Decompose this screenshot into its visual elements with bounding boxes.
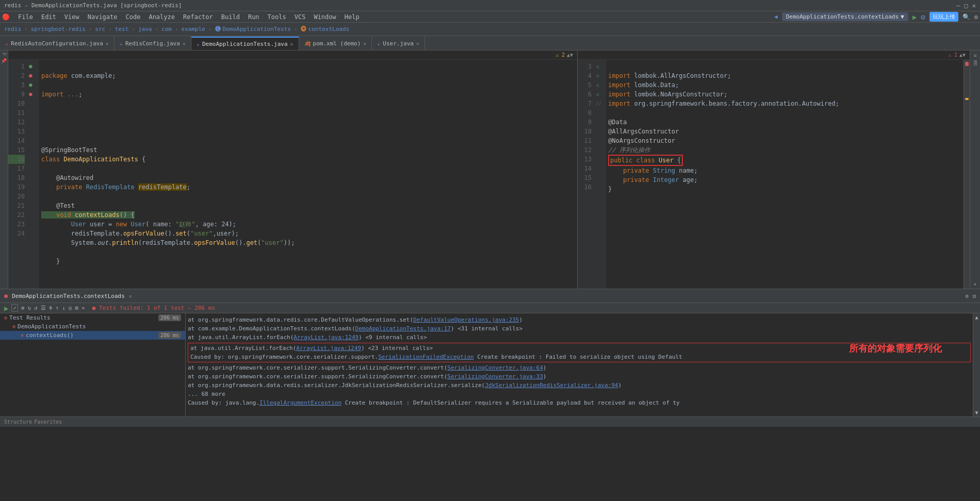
menu-analyze[interactable]: Analyze xyxy=(144,11,179,23)
scroll-down-console[interactable]: ▼ xyxy=(974,410,979,415)
link-arraylist1[interactable]: ArrayList.java:1249 xyxy=(293,334,358,341)
run-rerun-failed-btn[interactable]: ↺ xyxy=(34,305,38,311)
run-sort-btn[interactable]: ≑ xyxy=(49,305,53,311)
error-icon: ⊗ xyxy=(4,315,7,321)
menu-vcs[interactable]: VCS xyxy=(290,11,310,23)
run-bar: ● DemoApplicationTests.contextLoads ✕ ⚙ … xyxy=(0,289,980,303)
breadcrumb-com[interactable]: com xyxy=(161,26,172,32)
title-bar-title: redis - DemoApplicationTests.java [sprin… xyxy=(4,2,182,9)
link-jdkserializer[interactable]: JdkSerializationRedisSerializer.java:94 xyxy=(485,382,618,389)
tab-close-btn[interactable]: ✕ xyxy=(106,41,109,46)
right-code-content: 34567 89101112 13141516 ◁ ◁ ◁ ◁ // xyxy=(578,60,970,289)
settings-gear[interactable]: ⚙ xyxy=(974,13,978,21)
scroll-down-right[interactable]: ▼ xyxy=(962,52,966,58)
menu-code[interactable]: Code xyxy=(122,11,145,23)
link-demoapplicationtests[interactable]: DemoApplicationTests.java:17 xyxy=(355,325,451,332)
breadcrumb-demoapplicationtests[interactable]: DemoApplicationTests xyxy=(223,26,291,32)
structure-tab[interactable]: Structure xyxy=(4,419,32,425)
run-up-btn[interactable]: ↑ xyxy=(56,305,59,311)
breadcrumb-springboot-redis[interactable]: springboot-redis xyxy=(31,26,86,32)
run-play-btn[interactable]: ▶ xyxy=(4,304,8,312)
link-serializationfailed[interactable]: SerializationFailedException xyxy=(378,354,473,360)
tree-item-contextloads[interactable]: ⊗ contextLoads() 206 ms xyxy=(0,331,185,340)
run-expand-btn[interactable]: ⊞ xyxy=(75,305,78,311)
menu-tools[interactable]: Tools xyxy=(264,11,290,23)
menu-run[interactable]: Run xyxy=(244,11,264,23)
favorites-tab[interactable]: Favorites xyxy=(34,419,62,425)
link-defaultvalueoperations[interactable]: DefaultValueOperations.java:235 xyxy=(413,316,519,323)
structure-icon[interactable]: ≡ xyxy=(973,53,976,58)
console-scrollbar[interactable]: ▲ ▼ xyxy=(973,313,980,416)
error-icon: ⊗ xyxy=(12,324,15,329)
database-icon[interactable]: 🗄 xyxy=(973,60,978,66)
breadcrumb-contextloads[interactable]: contextLoads xyxy=(308,26,349,32)
tab-icon: ☕ xyxy=(197,41,200,47)
tab-pomxml[interactable]: 🍂 pom.xml (demo) ✕ xyxy=(299,37,372,50)
run-down-btn[interactable]: ↓ xyxy=(62,305,66,311)
menu-view[interactable]: View xyxy=(60,11,84,23)
debug-button[interactable]: ⚙ xyxy=(921,13,925,21)
tab-redisautoconfiguration[interactable]: ☕ RedisAutoConfiguration.java ✕ xyxy=(0,37,115,50)
close-button[interactable]: ✕ xyxy=(972,2,976,9)
tab-label: RedisConfig.java xyxy=(125,40,180,47)
tree-item-label: Test Results xyxy=(9,314,50,321)
run-filter-btn[interactable]: ☰ xyxy=(41,305,46,311)
run-config-selector[interactable]: DemoApplicationTests.contextLoads ▼ xyxy=(782,12,908,21)
menu-refactor[interactable]: Refactor xyxy=(179,11,217,23)
breadcrumb-redis[interactable]: redis xyxy=(4,26,21,32)
scroll-down-left[interactable]: ▼ xyxy=(570,52,573,58)
tests-failed-label: ● Tests failed: 1 of 1 test – 206 ms xyxy=(92,305,215,311)
tab-icon: ☕ xyxy=(5,41,8,46)
link-serializingconverter64[interactable]: SerializingConverter.java:64 xyxy=(447,364,543,371)
breadcrumb-src[interactable]: src xyxy=(95,26,105,32)
breadcrumb-test[interactable]: test xyxy=(115,26,129,32)
navigation-back[interactable]: ◀ xyxy=(774,13,778,20)
menu-edit[interactable]: Edit xyxy=(37,11,60,23)
link-serializingconverter33[interactable]: SerializingConverter.java:33 xyxy=(447,373,543,380)
minimize-button[interactable]: — xyxy=(956,2,960,9)
link-arraylist2[interactable]: ArrayList.java:1249 xyxy=(296,345,361,352)
menu-file[interactable]: File xyxy=(14,11,37,23)
tree-item-label: DemoApplicationTests xyxy=(18,323,86,330)
menu-navigate[interactable]: Navigate xyxy=(84,11,122,23)
run-more-btn[interactable]: » xyxy=(81,305,85,311)
tab-icon: 🍂 xyxy=(304,41,311,46)
breadcrumb-java[interactable]: java xyxy=(138,26,152,32)
favorites-icon[interactable]: ★ xyxy=(973,281,976,287)
breadcrumb-example[interactable]: example xyxy=(182,26,205,32)
tab-close-btn[interactable]: ✕ xyxy=(290,41,293,47)
run-stop-btn[interactable]: ⊗ xyxy=(21,305,25,311)
run-coverage-btn[interactable]: ◎ xyxy=(69,305,72,311)
tree-item-demoapplicationtests[interactable]: ⊗ DemoApplicationTests xyxy=(0,322,185,331)
tab-userjava[interactable]: ☕ User.java ✕ xyxy=(372,37,425,50)
bookmark-icon[interactable]: 📌 xyxy=(1,58,7,63)
run-settings-icon[interactable]: ⚙ xyxy=(966,293,969,299)
tab-demoapplicationtests[interactable]: ☕ DemoApplicationTests.java ✕ xyxy=(191,37,299,50)
breadcrumb-method-icon: 🅜 xyxy=(301,26,306,32)
menu-window[interactable]: Window xyxy=(309,11,340,23)
login-button[interactable]: 玩玩上传 xyxy=(929,12,958,22)
tab-close-btn[interactable]: ✕ xyxy=(363,41,366,46)
tab-close-btn[interactable]: ✕ xyxy=(183,41,186,46)
maximize-button[interactable]: □ xyxy=(965,2,968,9)
tree-item-results[interactable]: ⊗ Test Results 206 ms xyxy=(0,313,185,322)
tab-close-btn[interactable]: ✕ xyxy=(416,41,419,46)
menu-bar: 🔴 File Edit View Navigate Code Analyze R… xyxy=(0,11,980,23)
tab-redisconfig[interactable]: ☕ RedisConfig.java ✕ xyxy=(115,37,191,50)
project-icon[interactable]: P xyxy=(2,53,7,55)
run-rerun-btn[interactable]: ↻ xyxy=(28,305,31,311)
run-button[interactable]: ▶ xyxy=(912,13,917,21)
tab-label: DemoApplicationTests.java xyxy=(202,41,288,47)
search-everywhere[interactable]: 🔍 xyxy=(962,13,970,21)
run-tab-label[interactable]: DemoApplicationTests.contextLoads xyxy=(12,293,125,299)
menu-build[interactable]: Build xyxy=(217,11,244,23)
console-line-10: Caused by: java.lang.IllegalArgumentExce… xyxy=(188,398,971,407)
console-line-7: at org.springframework.core.serializer.s… xyxy=(188,372,971,381)
run-check-btn[interactable]: ✓ xyxy=(11,304,18,312)
right-scrollbar[interactable] xyxy=(963,60,970,289)
menu-help[interactable]: Help xyxy=(340,11,364,23)
link-illegalargument[interactable]: IllegalArgumentException xyxy=(259,399,341,406)
scroll-up-console[interactable]: ▲ xyxy=(974,314,979,320)
run-tab-close[interactable]: ✕ xyxy=(129,293,132,299)
run-layout-icon[interactable]: ⊟ xyxy=(973,293,976,299)
